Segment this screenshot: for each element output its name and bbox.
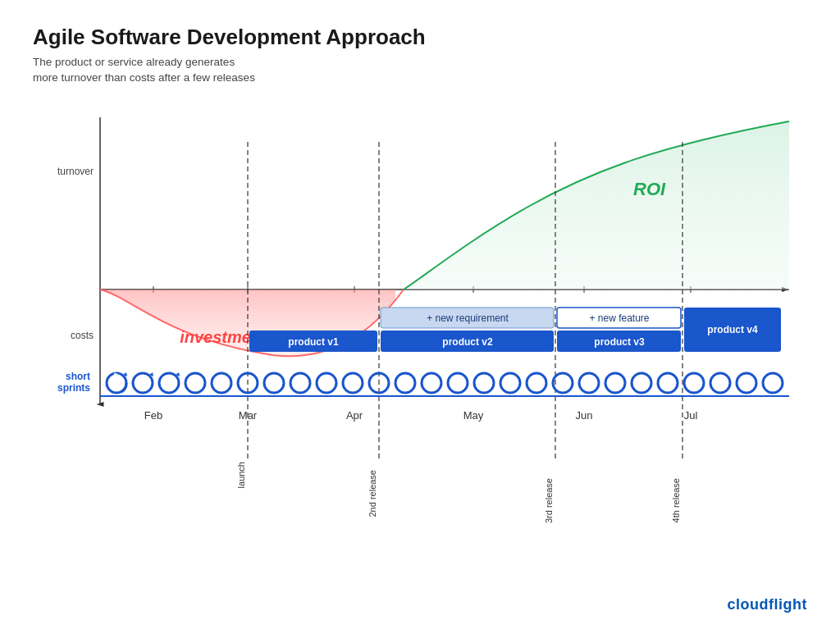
svg-point-35	[763, 373, 783, 393]
svg-point-16	[264, 373, 284, 393]
svg-point-19	[343, 373, 363, 393]
x-label-jul: Jul	[684, 409, 698, 422]
page-container: Agile Software Development Approach The …	[0, 0, 840, 620]
bar-new-requirement-label: + new requirement	[427, 312, 509, 324]
sprints-label-line1: short	[66, 371, 90, 382]
y-costs-label: costs	[71, 330, 94, 341]
svg-point-12	[159, 373, 179, 393]
svg-point-22	[422, 373, 441, 393]
svg-point-14	[212, 373, 231, 393]
bar-new-feature-label: + new feature	[589, 312, 649, 324]
bar-product-v4-label: product v4	[707, 324, 758, 335]
x-label-apr: Apr	[346, 409, 363, 422]
chart-area: turnover costs Feb Mar Apr May Jun Jul	[33, 101, 807, 544]
svg-point-26	[527, 373, 546, 393]
bar-product-v2-label: product v2	[442, 336, 493, 348]
svg-point-17	[290, 373, 310, 393]
svg-point-31	[658, 373, 678, 393]
bar-product-v3-label: product v3	[594, 336, 645, 348]
svg-point-33	[710, 373, 730, 393]
page-subtitle: The product or service already generates…	[33, 55, 807, 86]
release2-label: 2nd release	[368, 470, 377, 517]
release4-label: 4th release	[671, 478, 681, 522]
svg-point-34	[737, 373, 756, 393]
x-label-may: May	[463, 409, 484, 422]
sprints-label-line2: sprints	[57, 382, 90, 394]
roi-label: ROI	[633, 179, 666, 199]
x-label-feb: Feb	[144, 409, 162, 422]
svg-point-30	[632, 373, 651, 393]
main-svg: turnover costs Feb Mar Apr May Jun Jul	[33, 101, 807, 544]
svg-point-21	[395, 373, 415, 393]
svg-point-32	[684, 373, 704, 393]
svg-point-28	[579, 373, 599, 393]
svg-point-13	[185, 373, 205, 393]
y-turnover-label: turnover	[57, 166, 94, 177]
sprint-circles	[107, 372, 783, 393]
bar-product-v1-label: product v1	[288, 336, 339, 348]
svg-point-11	[133, 373, 153, 393]
svg-point-24	[474, 373, 494, 393]
svg-point-18	[317, 373, 336, 393]
svg-point-25	[500, 373, 520, 393]
page-title: Agile Software Development Approach	[33, 25, 807, 50]
cloudflight-logo: cloudflight	[728, 596, 807, 613]
release3-label: 3rd release	[544, 478, 554, 523]
svg-point-23	[448, 373, 468, 393]
x-label-jun: Jun	[576, 409, 593, 422]
launch-label: launch	[236, 462, 246, 488]
svg-point-29	[605, 373, 625, 393]
roi-fill	[404, 121, 789, 289]
